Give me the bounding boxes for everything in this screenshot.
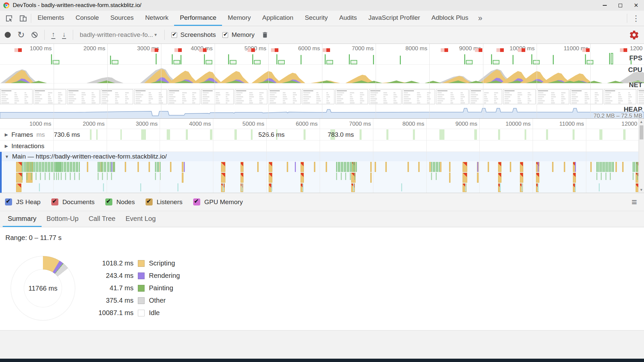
expand-triangle-icon[interactable]: ▶: [5, 132, 8, 137]
timeline-detail[interactable]: ▶ Frames ms 730.6 ms526.6 ms783.0 ms ▶ I…: [0, 119, 644, 193]
flame-task[interactable]: [149, 162, 150, 172]
flame-task[interactable]: [16, 162, 22, 172]
flame-task[interactable]: [463, 162, 467, 172]
minimize-button[interactable]: [597, 0, 612, 11]
flame-task[interactable]: [182, 173, 184, 183]
flame-task[interactable]: [573, 173, 576, 183]
flame-task[interactable]: [498, 173, 501, 183]
counter-checkbox-nodes[interactable]: [105, 198, 112, 205]
counter-js-heap[interactable]: JS Heap: [5, 198, 41, 206]
flame-task[interactable]: [221, 173, 225, 183]
flame-task[interactable]: [269, 173, 272, 183]
detail-tab-event-log[interactable]: Event Log: [120, 211, 161, 227]
flame-task[interactable]: [408, 162, 409, 172]
scrollbar-thumb[interactable]: [639, 125, 643, 139]
frames-row-header[interactable]: ▶ Frames ms: [5, 131, 45, 138]
flame-task[interactable]: [590, 162, 592, 172]
flame-task[interactable]: [636, 183, 638, 192]
counter-gpu-memory[interactable]: GPU Memory: [193, 198, 243, 206]
flame-task[interactable]: [385, 162, 387, 172]
interactions-row-header[interactable]: ▶ Interactions: [5, 142, 44, 150]
tab-adblock-plus[interactable]: Adblock Plus: [426, 11, 474, 26]
collapse-triangle-icon[interactable]: ▼: [5, 154, 9, 159]
flame-task[interactable]: [182, 162, 184, 172]
detail-tab-bottom-up[interactable]: Bottom-Up: [42, 211, 84, 227]
flame-task[interactable]: [240, 162, 244, 172]
counter-checkbox-gpu-memory[interactable]: [193, 198, 200, 205]
flame-task[interactable]: [429, 162, 431, 172]
flame-task[interactable]: [138, 162, 139, 172]
flame-task[interactable]: [301, 173, 304, 183]
flame-task[interactable]: [370, 162, 372, 172]
flame-task[interactable]: [375, 162, 376, 172]
flame-task[interactable]: [510, 162, 511, 172]
flame-task[interactable]: [257, 162, 259, 172]
main-thread-track[interactable]: ▼ Main — https://badly-written-reactive-…: [0, 152, 638, 193]
flame-task[interactable]: [520, 173, 523, 183]
tab-elements[interactable]: Elements: [32, 11, 70, 26]
tab-memory[interactable]: Memory: [222, 11, 257, 26]
counter-listeners[interactable]: Listeners: [146, 198, 182, 206]
memory-checkbox[interactable]: [222, 32, 228, 38]
flame-task[interactable]: [170, 162, 171, 172]
counter-checkbox-documents[interactable]: [51, 198, 58, 205]
flame-task[interactable]: [326, 162, 327, 172]
settings-gear-icon[interactable]: [629, 30, 639, 40]
counter-documents[interactable]: Documents: [51, 198, 95, 206]
flame-task[interactable]: [418, 162, 420, 172]
counter-checkbox-listeners[interactable]: [146, 198, 153, 205]
flame-task[interactable]: [477, 173, 479, 183]
clear-recordings-button[interactable]: [32, 32, 38, 38]
flame-task[interactable]: [314, 162, 315, 172]
reload-and-record-button[interactable]: ↻: [17, 31, 25, 39]
screenshots-toggle[interactable]: Screenshots: [171, 31, 216, 39]
tab-audits[interactable]: Audits: [333, 11, 363, 26]
flame-task[interactable]: [221, 162, 225, 172]
flame-task[interactable]: [536, 173, 539, 183]
flame-task[interactable]: [301, 162, 304, 172]
memory-toggle[interactable]: Memory: [222, 31, 255, 39]
load-profile-button[interactable]: ↑: [51, 31, 55, 39]
counter-checkbox-js-heap[interactable]: [5, 198, 12, 205]
expand-triangle-icon[interactable]: ▶: [5, 143, 8, 148]
main-track-header[interactable]: ▼ Main — https://badly-written-reactive-…: [2, 152, 638, 161]
timeline-overview[interactable]: FPS CPU NET HEAP 70.2 MB – 72.5 MB 1000 …: [0, 44, 644, 119]
detail-tab-summary[interactable]: Summary: [3, 211, 42, 227]
flame-task[interactable]: [370, 173, 372, 183]
tab-performance[interactable]: Performance: [174, 11, 222, 26]
flame-task[interactable]: [449, 173, 450, 183]
flame-task[interactable]: [564, 162, 565, 172]
more-tabs-button[interactable]: »: [474, 11, 486, 26]
trash-icon[interactable]: [261, 31, 269, 39]
flame-task[interactable]: [520, 162, 523, 172]
flame-task[interactable]: [449, 162, 450, 172]
flame-task[interactable]: [463, 173, 467, 183]
devtools-menu-button[interactable]: ⋮: [628, 11, 644, 26]
flame-task[interactable]: [498, 162, 501, 172]
inspect-element-button[interactable]: [2, 11, 16, 26]
device-toolbar-button[interactable]: [16, 11, 30, 26]
tab-console[interactable]: Console: [70, 11, 105, 26]
flame-task[interactable]: [16, 173, 22, 183]
flame-task[interactable]: [240, 173, 244, 183]
flame-task[interactable]: [125, 162, 126, 172]
save-profile-button[interactable]: ↓: [62, 31, 66, 39]
tab-javascript-profiler[interactable]: JavaScript Profiler: [363, 11, 426, 26]
close-button[interactable]: ×: [628, 0, 644, 11]
flame-task[interactable]: [615, 162, 617, 172]
flame-task[interactable]: [287, 162, 288, 172]
flame-task[interactable]: [552, 162, 553, 172]
tab-sources[interactable]: Sources: [105, 11, 140, 26]
flame-task[interactable]: [269, 162, 272, 172]
record-button[interactable]: [5, 32, 11, 38]
flame-task[interactable]: [488, 162, 489, 172]
flame-task[interactable]: [440, 162, 441, 172]
screenshots-checkbox[interactable]: [171, 32, 177, 38]
flame-task[interactable]: [87, 162, 88, 172]
recording-select[interactable]: badly-written-reactive-fo... ▼: [80, 31, 158, 39]
tab-application[interactable]: Application: [257, 11, 299, 26]
maximize-button[interactable]: [612, 0, 628, 11]
flame-task[interactable]: [622, 162, 624, 172]
detail-tab-call-tree[interactable]: Call Tree: [84, 211, 120, 227]
tab-network[interactable]: Network: [140, 11, 174, 26]
